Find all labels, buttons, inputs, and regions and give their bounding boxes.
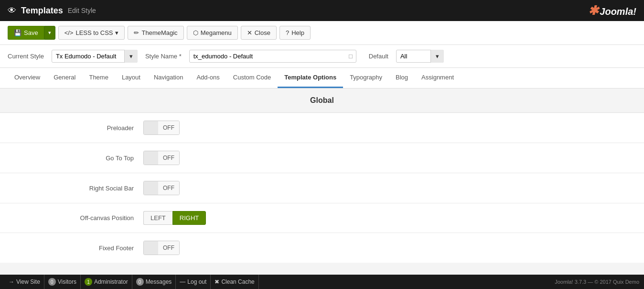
tab-overview[interactable]: Overview: [8, 68, 47, 88]
logo-text: ✱Joomla!: [588, 6, 636, 17]
magic-icon: ✏: [134, 29, 139, 36]
form-row-go-to-top: Go To TopOFF: [0, 143, 644, 173]
current-style-wrapper: Tx Edumodo - Default ▾: [52, 50, 138, 63]
save-label: Save: [24, 29, 38, 36]
megamenu-button[interactable]: ⬡ Megamenu: [187, 26, 238, 40]
current-style-select[interactable]: Tx Edumodo - Default: [52, 50, 138, 63]
style-name-input[interactable]: [189, 50, 356, 63]
field-control-preloader: OFF: [143, 121, 180, 135]
toggle-fixed-footer[interactable]: OFF: [143, 241, 180, 255]
style-bar: Current Style Tx Edumodo - Default ▾ Sty…: [0, 45, 644, 68]
tab-general[interactable]: General: [47, 68, 82, 88]
app-title: Templates: [21, 6, 63, 16]
form-row-offcanvas-position: Off-canvas PositionLEFTRIGHT: [0, 203, 644, 233]
header: 👁 Templates Edit Style ✱Joomla!: [0, 0, 644, 21]
default-select-wrapper: All ▾: [396, 50, 444, 63]
current-style-label: Current Style: [8, 53, 44, 60]
field-control-fixed-footer: OFF: [143, 241, 180, 255]
form-row-right-social-bar: Right Social BarOFF: [0, 173, 644, 203]
help-icon: ?: [286, 29, 289, 36]
position-btn-right[interactable]: RIGHT: [172, 211, 206, 225]
chevron-down-icon: ▾: [48, 30, 51, 36]
style-name-label: Style Name *: [145, 53, 182, 60]
tab-navigation[interactable]: Navigation: [147, 68, 190, 88]
less-to-css-button[interactable]: </> LESS to CSS ▾: [58, 26, 125, 40]
eye-icon: 👁: [8, 6, 16, 16]
less-dropdown-icon: ▾: [115, 29, 118, 36]
form-row-fixed-footer: Fixed FooterOFF: [0, 233, 644, 263]
field-control-right-social-bar: OFF: [143, 181, 180, 195]
help-label: Help: [291, 29, 304, 36]
save-button[interactable]: 💾 Save: [8, 26, 44, 40]
code-icon: </>: [64, 29, 74, 36]
position-btn-left[interactable]: LEFT: [143, 211, 172, 225]
theme-magic-button[interactable]: ✏ ThemeMagic: [128, 26, 183, 40]
theme-magic-label: ThemeMagic: [141, 29, 177, 36]
tab-blog[interactable]: Blog: [389, 68, 415, 88]
toggle-track-preloader: [144, 121, 158, 134]
default-select[interactable]: All: [396, 50, 444, 63]
toolbar: 💾 Save ▾ </> LESS to CSS ▾ ✏ ThemeMagic …: [0, 21, 644, 45]
close-button[interactable]: ✕ Close: [241, 26, 277, 40]
style-name-wrapper: □: [189, 50, 356, 63]
toggle-right-social-bar[interactable]: OFF: [143, 181, 180, 195]
close-label: Close: [255, 29, 270, 36]
toggle-track-fixed-footer: [144, 241, 158, 255]
save-icon: 💾: [14, 29, 21, 36]
form-row-preloader: PreloaderOFF: [0, 112, 644, 143]
save-dropdown-button[interactable]: ▾: [44, 26, 55, 40]
section-title: Global: [0, 89, 644, 112]
field-label-go-to-top: Go To Top: [10, 155, 143, 162]
field-control-go-to-top: OFF: [143, 151, 180, 165]
toggle-label-preloader[interactable]: OFF: [158, 121, 179, 134]
tab-layout[interactable]: Layout: [115, 68, 147, 88]
tab-templateoptions[interactable]: Template Options: [278, 68, 343, 88]
content-area: Global PreloaderOFFGo To TopOFFRight Soc…: [0, 89, 644, 263]
tab-addons[interactable]: Add-ons: [190, 68, 226, 88]
toggle-label-fixed-footer[interactable]: OFF: [158, 241, 179, 255]
megamenu-label: Megamenu: [201, 29, 232, 36]
tab-customcode[interactable]: Custom Code: [226, 68, 278, 88]
toggle-label-go-to-top[interactable]: OFF: [158, 151, 179, 165]
tab-typography[interactable]: Typography: [343, 68, 389, 88]
field-label-right-social-bar: Right Social Bar: [10, 185, 143, 192]
toggle-preloader[interactable]: OFF: [143, 121, 180, 135]
page-subtitle: Edit Style: [68, 7, 96, 14]
position-group-offcanvas-position: LEFTRIGHT: [143, 211, 206, 225]
tab-assignment[interactable]: Assignment: [415, 68, 461, 88]
field-control-offcanvas-position: LEFTRIGHT: [143, 211, 206, 225]
toggle-go-to-top[interactable]: OFF: [143, 151, 180, 165]
toggle-label-right-social-bar[interactable]: OFF: [158, 181, 179, 195]
toggle-track-go-to-top: [144, 151, 158, 165]
field-label-fixed-footer: Fixed Footer: [10, 245, 143, 252]
field-label-preloader: Preloader: [10, 124, 143, 132]
less-to-css-label: LESS to CSS: [75, 29, 113, 36]
share-icon: ⬡: [193, 29, 198, 36]
tab-theme[interactable]: Theme: [82, 68, 115, 88]
default-label: Default: [369, 53, 388, 60]
field-label-offcanvas-position: Off-canvas Position: [10, 214, 143, 222]
joomla-logo: ✱Joomla!: [588, 3, 636, 18]
save-button-group[interactable]: 💾 Save ▾: [8, 26, 55, 40]
close-icon: ✕: [247, 29, 252, 36]
toggle-track-right-social-bar: [144, 181, 158, 195]
tabs-bar: OverviewGeneralThemeLayoutNavigationAdd-…: [0, 68, 644, 89]
help-button[interactable]: ? Help: [279, 26, 311, 40]
